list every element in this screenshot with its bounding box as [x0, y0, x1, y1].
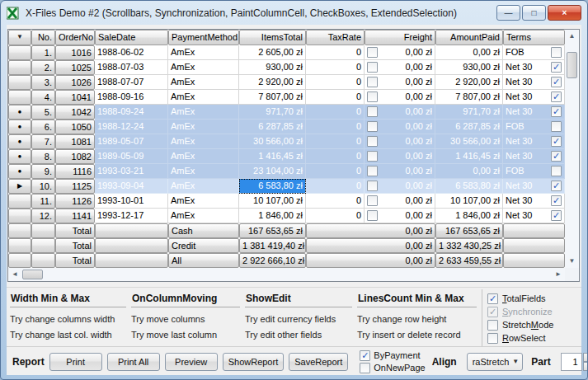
terms-checkbox[interactable]: [551, 195, 562, 206]
cell-freight[interactable]: 0,00 zł: [365, 75, 435, 90]
stretchmode-checkbox[interactable]: [487, 320, 498, 331]
freight-checkbox[interactable]: [367, 136, 378, 147]
cell-terms[interactable]: Net 30: [503, 60, 565, 75]
cell-amount-paid[interactable]: 930,00 zł: [435, 60, 503, 75]
cell-terms[interactable]: Net 30: [503, 134, 565, 149]
row-indicator[interactable]: [8, 90, 31, 105]
cell-amount-paid[interactable]: 1 416,45 zł: [435, 149, 503, 164]
cell-freight[interactable]: 0,00 zł: [365, 179, 435, 194]
cell-order-no[interactable]: 1141: [55, 209, 95, 223]
column-header-order-no[interactable]: OrderNo: [55, 30, 95, 45]
row-indicator[interactable]: [8, 45, 31, 60]
select-all-dropdown-icon[interactable]: ▼: [8, 30, 31, 45]
column-header-terms[interactable]: Terms: [503, 30, 565, 45]
freight-checkbox[interactable]: [367, 106, 378, 117]
cell-payment-method[interactable]: AmEx: [168, 120, 239, 134]
vertical-scrollbar[interactable]: ▲ ▼: [565, 30, 579, 268]
cell-items-total[interactable]: 2 605,00 zł: [239, 45, 306, 60]
row-indicator[interactable]: ●: [8, 134, 31, 149]
cell-no[interactable]: 10.: [31, 179, 55, 194]
cell-tax-rate[interactable]: 0: [306, 45, 365, 60]
terms-checkbox[interactable]: [551, 47, 562, 58]
row-indicator[interactable]: [8, 194, 31, 209]
cell-tax-rate[interactable]: 0: [306, 149, 365, 164]
cell-no[interactable]: 1.: [31, 45, 55, 60]
cell-items-total[interactable]: 30 566,00 zł: [239, 134, 306, 149]
terms-checkbox[interactable]: [551, 181, 562, 191]
cell-terms[interactable]: Net 30: [503, 75, 565, 90]
freight-checkbox[interactable]: [367, 91, 378, 102]
scroll-right-icon[interactable]: ►: [552, 268, 565, 281]
cell-items-total[interactable]: 2 920,00 zł: [239, 75, 306, 90]
row-indicator[interactable]: [8, 60, 31, 75]
cell-no[interactable]: 8.: [31, 149, 55, 164]
cell-freight[interactable]: 0,00 zł: [365, 194, 435, 209]
cell-freight[interactable]: 0,00 zł: [365, 45, 435, 60]
cell-order-no[interactable]: 1016: [55, 45, 95, 60]
cell-items-total[interactable]: 1 416,45 zł: [239, 149, 306, 164]
cell-freight[interactable]: 0,00 zł: [365, 164, 435, 179]
cell-no[interactable]: 4.: [31, 90, 55, 105]
cell-no[interactable]: 6.: [31, 120, 55, 134]
cell-freight[interactable]: 0,00 zł: [365, 209, 435, 223]
cell-sale-date[interactable]: 1988-06-02: [95, 45, 168, 60]
totalfields-checkbox[interactable]: [487, 293, 498, 304]
freight-checkbox[interactable]: [367, 181, 378, 191]
cell-sale-date[interactable]: 1988-07-03: [95, 60, 168, 75]
cell-items-total[interactable]: 971,70 zł: [239, 105, 306, 120]
terms-checkbox[interactable]: [551, 210, 562, 221]
savereport-button[interactable]: SaveReport: [289, 353, 348, 371]
cell-tax-rate[interactable]: 0: [306, 164, 365, 179]
maximize-button[interactable]: □: [522, 5, 546, 21]
minimize-button[interactable]: —: [496, 5, 520, 21]
horizontal-scrollbar[interactable]: ◄ ►: [8, 268, 565, 281]
cell-terms[interactable]: FOB: [503, 45, 565, 60]
row-indicator[interactable]: ●: [8, 120, 31, 134]
print-all-button[interactable]: Print All: [107, 353, 160, 371]
cell-no[interactable]: 9.: [31, 164, 55, 179]
cell-payment-method[interactable]: AmEx: [168, 209, 239, 223]
cell-terms[interactable]: Net 30: [503, 179, 565, 194]
cell-amount-paid[interactable]: 10 107,00 zł: [435, 194, 503, 209]
cell-amount-paid[interactable]: 30 566,00 zł: [435, 134, 503, 149]
cell-order-no[interactable]: 1126: [55, 194, 95, 209]
cell-items-total[interactable]: 6 583,80 zł: [239, 179, 306, 194]
cell-terms[interactable]: Net 30: [503, 90, 565, 105]
cell-freight[interactable]: 0,00 zł: [365, 60, 435, 75]
part-down-button[interactable]: ▼: [583, 362, 588, 371]
cell-amount-paid[interactable]: 6 583,80 zł: [435, 179, 503, 194]
cell-order-no[interactable]: 1041: [55, 90, 95, 105]
terms-checkbox[interactable]: [551, 106, 562, 117]
cell-terms[interactable]: Net 30: [503, 149, 565, 164]
cell-items-total[interactable]: 930,00 zł: [239, 60, 306, 75]
cell-payment-method[interactable]: AmEx: [168, 164, 239, 179]
cell-terms[interactable]: FOB: [503, 120, 565, 134]
freight-checkbox[interactable]: [367, 210, 378, 221]
cell-payment-method[interactable]: AmEx: [168, 134, 239, 149]
cell-terms[interactable]: FOB: [503, 164, 565, 179]
freight-checkbox[interactable]: [367, 121, 378, 132]
cell-sale-date[interactable]: 1989-05-09: [95, 149, 168, 164]
column-header-tax-rate[interactable]: TaxRate: [306, 30, 365, 45]
row-indicator[interactable]: [8, 75, 31, 90]
vertical-scroll-thumb[interactable]: [567, 52, 577, 78]
cell-items-total[interactable]: 7 807,00 zł: [239, 90, 306, 105]
row-indicator[interactable]: ●: [8, 164, 31, 179]
cell-amount-paid[interactable]: 1 846,00 zł: [435, 209, 503, 223]
freight-checkbox[interactable]: [367, 47, 378, 58]
column-header-items-total[interactable]: ItemsTotal: [239, 30, 306, 45]
bypayment-checkbox[interactable]: [360, 350, 370, 361]
cell-tax-rate[interactable]: 0: [306, 209, 365, 223]
freight-checkbox[interactable]: [367, 62, 378, 73]
cell-items-total[interactable]: 10 107,00 zł: [239, 194, 306, 209]
cell-tax-rate[interactable]: 0: [306, 120, 365, 134]
cell-payment-method[interactable]: AmEx: [168, 179, 239, 194]
cell-terms[interactable]: Net 30: [503, 105, 565, 120]
cell-order-no[interactable]: 1125: [55, 179, 95, 194]
freight-checkbox[interactable]: [367, 195, 378, 206]
cell-no[interactable]: 2.: [31, 60, 55, 75]
cell-freight[interactable]: 0,00 zł: [365, 105, 435, 120]
terms-checkbox[interactable]: [551, 136, 562, 147]
terms-checkbox[interactable]: [551, 91, 562, 102]
cell-sale-date[interactable]: 1993-12-17: [95, 209, 168, 223]
